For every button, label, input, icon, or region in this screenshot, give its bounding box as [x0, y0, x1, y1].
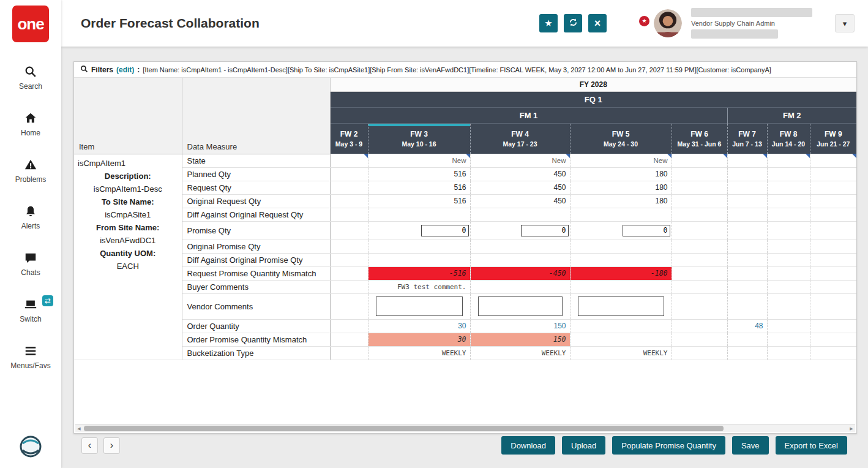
download-button[interactable]: Download	[501, 436, 555, 455]
cell-original-promise-qty-fw-4	[470, 240, 570, 253]
measure-row-order-quantity: Order Quantity3015048	[74, 319, 856, 333]
cell-order-quantity-fw-5	[570, 319, 672, 333]
week-header-fw-9[interactable]: FW 9Jun 21 - 27	[810, 123, 856, 154]
week-code: FW 2	[331, 130, 368, 138]
promise-qty-input-fw-3[interactable]	[421, 225, 469, 236]
upload-button[interactable]: Upload	[562, 436, 605, 455]
profile-area: ★ Vendor Supply Chain Admin ▾	[642, 8, 855, 39]
cell-diff-against-original-request-qty-fw-4	[470, 208, 570, 221]
vendor-comment-input-fw-4[interactable]	[478, 296, 563, 316]
vendor-comment-input-fw-3[interactable]	[376, 296, 463, 316]
export-to-excel-button[interactable]: Export to Excel	[776, 436, 847, 455]
promise-qty-input-fw-4[interactable]	[521, 225, 569, 236]
chevron-right-icon: ›	[110, 440, 113, 450]
cell-vendor-comments-fw-3	[368, 293, 470, 319]
profile-dropdown-button[interactable]: ▾	[835, 14, 855, 32]
cell-original-request-qty-fw-3: 516	[368, 194, 470, 208]
app-logo[interactable]: one	[12, 6, 49, 42]
avatar[interactable]	[654, 9, 682, 37]
favorite-button[interactable]: ★	[539, 14, 558, 32]
cell-vendor-comments-fw-8	[767, 293, 810, 319]
week-range: May 3 - 9	[331, 140, 368, 148]
sidebar-item-alerts[interactable]: Alerts	[0, 194, 61, 241]
cell-state-fw-8[interactable]	[767, 154, 810, 167]
cell-state-fw-3[interactable]: New	[368, 154, 470, 167]
cell-bucketization-type-fw-3: WEEKLY	[368, 346, 470, 360]
cell-order-promise-quantity-mismatch-fw-6	[672, 333, 727, 346]
week-header-fw-8[interactable]: FW 8Jun 14 - 20	[767, 123, 810, 154]
cell-order-quantity-fw-3: 30	[368, 319, 470, 333]
week-header-fw-6[interactable]: FW 6May 31 - Jun 6	[672, 123, 727, 154]
filters-edit-link[interactable]: (edit)	[116, 66, 134, 74]
cell-state-fw-6[interactable]	[672, 154, 727, 167]
item-field-label: Description:	[78, 170, 178, 183]
cell-buyer-comments-fw-2	[330, 280, 368, 293]
measure-row-original-request-qty: Original Request Qty516450180	[74, 194, 856, 208]
scroll-right-arrow-icon[interactable]: ▶	[848, 425, 855, 432]
close-button[interactable]: ×	[588, 14, 607, 32]
week-header-fw-2[interactable]: FW 2May 3 - 9	[330, 123, 368, 154]
sidebar-item-problems[interactable]: Problems	[0, 148, 61, 194]
save-button[interactable]: Save	[732, 436, 769, 455]
sidebar-item-home[interactable]: Home	[0, 101, 61, 148]
cell-diff-against-original-promise-qty-fw-9	[810, 253, 856, 266]
week-header-fw-5[interactable]: FW 5May 24 - 30	[570, 123, 672, 154]
week-code: FW 4	[471, 130, 570, 138]
next-page-button[interactable]: ›	[103, 437, 120, 454]
promise-qty-input-fw-5[interactable]	[623, 225, 670, 236]
cell-order-promise-quantity-mismatch-fw-9	[810, 333, 856, 346]
bell-icon	[24, 205, 37, 218]
measure-label-state: State	[182, 154, 330, 167]
week-header-fw-7[interactable]: FW 7Jun 7 - 13	[727, 123, 767, 154]
sidebar-label: Switch	[20, 315, 41, 323]
vendor-comment-input-fw-5[interactable]	[578, 296, 664, 316]
measure-row-buyer-comments: Buyer CommentsFW3 test comment.	[74, 280, 856, 293]
sidebar-item-chats[interactable]: Chats	[0, 241, 61, 287]
forecast-table: Item Data Measure FY 2028 FQ 1 FM 1FM 2 …	[74, 78, 856, 360]
cell-original-promise-qty-fw-9	[810, 240, 856, 253]
note-marker-icon	[566, 154, 570, 158]
globe-icon[interactable]	[19, 435, 42, 461]
prev-page-button[interactable]: ‹	[81, 437, 98, 454]
measure-label-bucketization-type: Bucketization Type	[182, 346, 330, 360]
populate-promise-quantity-button[interactable]: Populate Promise Quantity	[612, 436, 725, 455]
week-header-fw-3[interactable]: FW 3May 10 - 16	[368, 123, 470, 154]
user-menu-button[interactable]: ★	[642, 21, 645, 26]
filters-bar: Filters (edit): [Item Name: isCmpAItem1 …	[74, 62, 856, 78]
cell-diff-against-original-request-qty-fw-7	[727, 208, 767, 221]
horizontal-scrollbar[interactable]: ◀ ▶	[75, 424, 855, 432]
note-marker-icon	[763, 154, 767, 158]
note-marker-icon	[466, 154, 470, 158]
cell-buyer-comments-fw-4	[470, 280, 570, 293]
item-name: isCmpAItem1	[78, 157, 178, 170]
switch-icon	[24, 298, 37, 311]
cell-state-fw-9[interactable]	[810, 154, 856, 167]
measure-row-request-qty: Request Qty516450180	[74, 181, 856, 194]
cell-original-promise-qty-fw-8	[767, 240, 810, 253]
cell-bucketization-type-fw-8	[767, 346, 810, 360]
scroll-left-arrow-icon[interactable]: ◀	[75, 425, 83, 432]
sidebar-item-menus-favs[interactable]: Menus/Favs	[0, 334, 61, 380]
cell-request-promise-quantity-mismatch-fw-9	[810, 266, 856, 280]
week-header-fw-4[interactable]: FW 4May 17 - 23	[470, 123, 570, 154]
cell-state-fw-7[interactable]	[727, 154, 767, 167]
cell-planned-qty-fw-9	[810, 167, 856, 181]
sidebar-item-search[interactable]: Search	[0, 55, 61, 101]
cell-state-fw-2[interactable]	[330, 154, 368, 167]
cell-original-request-qty-fw-4: 450	[470, 194, 570, 208]
cell-state-fw-5[interactable]: New	[570, 154, 672, 167]
item-column-header: Item	[74, 78, 182, 154]
refresh-button[interactable]	[564, 14, 582, 32]
measure-label-original-request-qty: Original Request Qty	[182, 194, 330, 208]
cell-state-fw-4[interactable]: New	[470, 154, 570, 167]
measure-row-original-promise-qty: Original Promise Qty	[74, 240, 856, 253]
cell-order-quantity-fw-2	[330, 319, 368, 333]
cell-diff-against-original-promise-qty-fw-5	[570, 253, 672, 266]
menu-icon	[24, 344, 37, 358]
scrollbar-thumb[interactable]	[84, 426, 724, 431]
sidebar-item-switch[interactable]: ⇄ Switch	[0, 287, 61, 334]
sidebar-label: Problems	[15, 175, 47, 184]
sidebar: one Search Home Problems Alerts Chats ⇄ …	[0, 0, 61, 468]
cell-vendor-comments-fw-2	[330, 293, 368, 319]
refresh-icon	[568, 17, 578, 29]
